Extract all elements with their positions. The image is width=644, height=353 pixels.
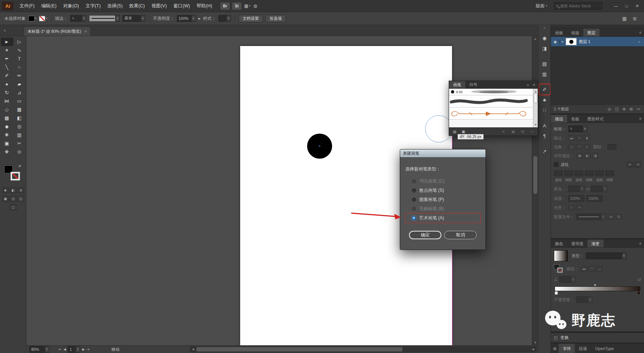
pen-tool[interactable]: ✒ (1, 54, 13, 63)
align-dash-icon[interactable]: ⊣ (634, 162, 641, 167)
radio-scatter-brush[interactable]: 散点画笔 (S) (405, 186, 480, 195)
miter-join-icon[interactable]: ◻ (568, 144, 575, 150)
ellipse-tool[interactable]: ○ (13, 63, 26, 71)
align-stroke-outside-icon[interactable]: ◨ (592, 153, 598, 159)
collapse-panels-icon[interactable]: « (0, 28, 22, 32)
scroll-left-icon[interactable]: ◀ (191, 348, 196, 351)
pencil-tool[interactable]: ✏ (13, 71, 26, 80)
close-button[interactable]: ✕ (632, 2, 643, 10)
menu-item[interactable]: 视图(V) (148, 0, 170, 12)
tab-artboards[interactable]: 画板 (551, 29, 567, 36)
gap-field[interactable] (605, 170, 614, 176)
expand-panels-icon[interactable]: « (544, 25, 545, 32)
color-guide-icon[interactable]: ◉ (540, 33, 549, 42)
new-circle-outline[interactable] (425, 115, 452, 142)
variable-width-profile[interactable]: ▾ (89, 15, 120, 22)
draw-behind-icon[interactable]: ◲ (10, 196, 17, 202)
gradient-slider[interactable]: ◆ (555, 286, 640, 291)
menu-item[interactable]: 编辑(E) (38, 0, 60, 12)
chevron-down-icon[interactable]: ▾ (115, 15, 120, 21)
menu-item[interactable]: 文件(F) (16, 0, 38, 12)
close-tab-icon[interactable]: × (85, 29, 87, 33)
gradient-midpoint[interactable]: ◆ (594, 283, 596, 286)
panel-chevrons-icon[interactable]: » (526, 81, 531, 88)
arrow-scale-end-field[interactable]: 100% (587, 195, 603, 202)
chevron-down-icon[interactable]: ▾ (191, 15, 196, 21)
column-graph-tool[interactable]: ▥ (13, 131, 26, 139)
stroke-color-control[interactable]: ▾ (39, 16, 47, 21)
gradient-across-stroke-icon[interactable]: ◡ (596, 266, 603, 272)
scale-tool[interactable]: ⊿ (13, 88, 26, 97)
graphic-styles-icon[interactable]: ▥ (540, 70, 549, 78)
eyedropper-tool[interactable]: ◆ (1, 122, 13, 131)
butt-cap-icon[interactable]: ▬ (568, 135, 575, 141)
gradient-type-select[interactable]: ▾ (586, 253, 626, 259)
bevel-join-icon[interactable]: ◇ (584, 144, 590, 150)
fill-color-control[interactable]: ▾ (28, 16, 37, 21)
slice-tool[interactable]: ✂ (13, 139, 26, 148)
tab-opentype[interactable]: OpenType (591, 344, 618, 353)
gradient-within-stroke-icon[interactable]: ▬ (581, 266, 587, 272)
brush-definition-select[interactable]: 基本▾ (122, 15, 145, 22)
menu-item[interactable]: 窗口(W) (170, 0, 193, 12)
swap-arrowheads-icon[interactable]: ⇄ (586, 187, 589, 191)
arrowhead-start-select[interactable]: ▾ (568, 186, 584, 192)
direct-selection-tool[interactable]: ▷ (13, 38, 26, 46)
preserve-dash-icon[interactable]: ⊢ (627, 162, 633, 167)
perspective-grid-tool[interactable]: ▦ (13, 105, 26, 114)
visibility-icon[interactable]: ◉ (551, 40, 560, 44)
opacity-field[interactable]: 100%▾ (177, 15, 196, 22)
dash-field[interactable] (554, 170, 563, 176)
selection-tool[interactable]: ► (1, 38, 13, 46)
panel-menu-icon[interactable]: ≡ (637, 115, 644, 123)
dialog-title[interactable]: 新建画笔 (400, 149, 485, 157)
gradient-opacity-field[interactable]: ▾ (576, 296, 593, 303)
radio-calligraphic-brush[interactable]: 书法画笔 (C) (405, 177, 480, 186)
magic-wand-tool[interactable]: ✶ (1, 46, 13, 54)
panel-menu-icon[interactable]: ≡ (637, 240, 644, 247)
workspace-switcher[interactable]: 版面▾ (536, 3, 547, 9)
tab-character[interactable]: 字符 (559, 344, 575, 353)
layer-target-icon[interactable]: ○ (638, 40, 640, 44)
rotate-tool[interactable]: ↻ (1, 88, 13, 97)
arrange-documents-icon[interactable]: ▦ (621, 15, 628, 21)
delete-brush-icon[interactable]: ▭ (529, 129, 536, 135)
stroke-color-swatch[interactable] (39, 16, 45, 21)
gap-field[interactable] (564, 170, 573, 176)
hand-tool[interactable]: ✥ (1, 148, 13, 156)
draw-normal-icon[interactable]: ▣ (2, 196, 9, 202)
app-logo[interactable]: Ai (2, 2, 13, 10)
line-segment-tool[interactable]: ╲ (1, 63, 13, 71)
align-stroke-center-icon[interactable]: ▣ (576, 153, 583, 159)
brush-item-charcoal[interactable] (449, 95, 538, 107)
zoom-tool[interactable]: ⊙ (13, 148, 26, 156)
gradient-mode-icon[interactable]: ◧ (10, 187, 17, 193)
zoom-level-select[interactable]: 80%▾ (29, 346, 49, 353)
cancel-button[interactable]: 取消 (444, 231, 477, 239)
document-setup-button[interactable]: 文档设置 (239, 15, 263, 22)
scroll-down-icon[interactable]: ▼ (533, 122, 538, 127)
blend-tool[interactable]: ◎ (13, 122, 26, 131)
swatches-icon[interactable]: ◨ (540, 44, 549, 53)
opacity-options-arrow[interactable]: ▸ (199, 16, 201, 21)
symbols-panel-icon[interactable]: ♣ (540, 95, 549, 104)
tab-paragraph[interactable]: 段落 (575, 344, 591, 353)
width-tool[interactable]: ⋈ (1, 97, 13, 105)
new-sublayer-icon[interactable]: ⊕ (622, 106, 626, 112)
new-brush-icon[interactable]: ⊞ (519, 129, 526, 135)
appearance-panel-icon[interactable]: A (540, 121, 549, 130)
brush-options-icon[interactable]: ▣ (510, 129, 516, 135)
chevron-down-icon[interactable]: ▾ (82, 15, 86, 21)
lasso-tool[interactable]: ∿ (13, 46, 26, 54)
gap-field[interactable] (585, 170, 594, 176)
stroke-weight-field[interactable]: ⇅▾ (568, 126, 587, 132)
arrowhead-end-select[interactable]: ▾ (591, 186, 607, 192)
arrow-align-end-icon[interactable]: ⊣ (576, 205, 583, 211)
dash-field[interactable] (595, 170, 604, 176)
radio-art-brush[interactable]: 艺术画笔 (A) (405, 213, 480, 223)
ok-button[interactable]: 确定 (409, 231, 441, 239)
chevron-down-icon[interactable]: ▾ (75, 346, 80, 352)
brush-item-calligraphic[interactable]: 6.00 (449, 89, 538, 95)
type-tool[interactable]: T (13, 54, 26, 63)
tab-links[interactable]: 链接 (567, 29, 583, 36)
